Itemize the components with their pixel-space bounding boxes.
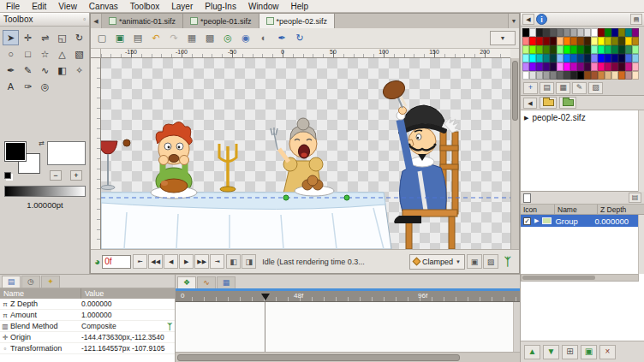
palette-swatch[interactable] <box>543 62 550 71</box>
lock-future-keyframes-button[interactable]: ◨ <box>242 254 256 269</box>
tool-circle[interactable]: ○ <box>3 46 19 62</box>
palette-swatch[interactable] <box>625 37 632 45</box>
canvas-tab[interactable]: *animatic-01.sifz <box>102 14 183 28</box>
delete-layer-button[interactable]: × <box>599 345 616 359</box>
snap-grid-button[interactable]: ▩ <box>201 30 218 46</box>
palette-swatch[interactable] <box>584 71 591 80</box>
tool-gradient[interactable]: ▧ <box>71 46 87 62</box>
redo-button[interactable]: ↷ <box>165 30 182 46</box>
param-row[interactable]: ▥ Blend Method Composite ᛉ <box>0 321 175 332</box>
palette-swatch[interactable] <box>611 37 618 45</box>
palette-swatch[interactable] <box>591 45 598 54</box>
param-value[interactable]: 1.000000 <box>81 311 175 319</box>
palette-swatch[interactable] <box>591 71 598 80</box>
palette-swatch[interactable] <box>557 45 564 54</box>
animate-mode-button[interactable]: ᛉ <box>500 254 516 270</box>
tool-sketch[interactable]: ✑ <box>20 79 36 94</box>
palette-swatch[interactable] <box>543 37 550 45</box>
save-all-button[interactable]: ▤ <box>129 30 146 46</box>
tool-mirror[interactable]: ⇌ <box>37 30 53 45</box>
param-row[interactable]: π Z Depth 0.000000 <box>0 299 175 310</box>
layer-row-selected[interactable]: ✓ ▶ Group 0.000000 <box>521 215 644 227</box>
show-grid-button[interactable]: ▦ <box>183 30 200 46</box>
palette-swatch[interactable] <box>564 54 570 62</box>
palette-swatch[interactable] <box>529 54 536 62</box>
info-icon[interactable]: i <box>536 14 547 25</box>
play-button[interactable]: ▶ <box>179 254 194 269</box>
timetrack-area[interactable] <box>176 302 514 352</box>
column-header-name[interactable]: Name <box>0 288 81 299</box>
menu-item[interactable]: Edit <box>26 1 52 12</box>
palette-swatch[interactable] <box>522 71 529 80</box>
tool-polygon[interactable]: △ <box>54 46 70 62</box>
palette-swatch[interactable] <box>591 62 598 71</box>
param-row[interactable]: ▫ Transformation -121.164557px -107.9105 <box>0 343 175 354</box>
tool-draw[interactable]: ✎ <box>20 62 36 78</box>
tab-library[interactable]: ✦ <box>41 276 60 288</box>
new-layer-icon[interactable] <box>523 193 531 203</box>
palette-swatch[interactable] <box>570 71 577 80</box>
timebar[interactable]: 048f96f <box>176 291 520 302</box>
palette-swatch[interactable] <box>618 45 625 54</box>
low-res-button[interactable]: ◐ <box>255 30 272 46</box>
draw-mode-button[interactable]: ✒ <box>273 30 290 46</box>
palette-swatch[interactable] <box>564 71 570 80</box>
palette-swatch[interactable] <box>529 71 536 80</box>
edit-color-button[interactable]: ✎ <box>572 82 587 94</box>
palette-swatch[interactable] <box>605 28 611 37</box>
column-header-value[interactable]: Value <box>81 288 175 299</box>
palette-swatch[interactable] <box>536 37 543 45</box>
tool-fill[interactable]: ◧ <box>54 62 70 78</box>
open-folder-button[interactable] <box>540 97 557 109</box>
param-value[interactable]: Composite <box>81 322 167 330</box>
palette-swatch[interactable] <box>577 71 584 80</box>
decrease-width-button[interactable]: − <box>50 170 62 181</box>
workarea-menu-button[interactable]: ▼ <box>490 31 516 45</box>
palette-swatch[interactable] <box>591 28 598 37</box>
param-row[interactable]: ✛ Origin -144.473630px,-112.3540 <box>0 332 175 343</box>
palette-swatch[interactable] <box>611 62 618 71</box>
tab-params[interactable]: ▤ <box>2 276 21 288</box>
palette-swatch[interactable] <box>632 71 639 80</box>
menu-item[interactable]: Toolbox <box>124 1 165 12</box>
time-field[interactable] <box>102 255 131 269</box>
palette-swatch[interactable] <box>570 28 577 37</box>
lower-layer-button[interactable]: ▼ <box>543 345 559 359</box>
interpolation-dropdown[interactable]: Clamped ▼ <box>409 254 465 270</box>
palette-swatch[interactable] <box>611 28 618 37</box>
menu-item[interactable]: Layer <box>165 1 199 12</box>
palette-swatch[interactable] <box>611 54 618 62</box>
palette-swatch[interactable] <box>522 45 529 54</box>
onion-skin-button[interactable]: ◎ <box>219 30 236 46</box>
palette-swatch[interactable] <box>618 71 625 80</box>
timetrack-vertical-scrollbar[interactable] <box>514 302 520 352</box>
layers-horizontal-scrollbar[interactable] <box>521 274 639 282</box>
palette-swatch[interactable] <box>550 62 557 71</box>
tool-star[interactable]: ☆ <box>37 46 53 62</box>
palette-swatch[interactable] <box>564 62 570 71</box>
layers-vertical-scrollbar[interactable] <box>638 215 644 274</box>
palette-swatch[interactable] <box>536 28 543 37</box>
layer-visibility-checkbox[interactable]: ✓ <box>523 217 531 225</box>
refresh-button[interactable]: ↻ <box>291 30 308 46</box>
save-button[interactable]: ▣ <box>111 30 128 46</box>
menu-item[interactable]: Help <box>285 1 315 12</box>
canvas-tab[interactable]: *people-01.sifz <box>183 14 259 28</box>
palette-swatch[interactable] <box>632 37 639 45</box>
column-header-zdepth[interactable]: Z Depth <box>598 205 644 214</box>
default-colors-icon[interactable] <box>4 172 11 179</box>
layer-expander-icon[interactable]: ▶ <box>534 217 539 224</box>
palette-swatch[interactable] <box>543 28 550 37</box>
param-row[interactable]: π Amount 1.000000 <box>0 310 175 321</box>
gradient-swatch[interactable] <box>4 186 86 197</box>
palette-swatch[interactable] <box>536 62 543 71</box>
palette-swatch[interactable] <box>584 28 591 37</box>
palette-swatch[interactable] <box>543 54 550 62</box>
palette-swatch[interactable] <box>577 54 584 62</box>
palette-swatch[interactable] <box>522 54 529 62</box>
palette-swatch[interactable] <box>605 37 611 45</box>
palette-swatch[interactable] <box>577 28 584 37</box>
palette-swatch[interactable] <box>584 45 591 54</box>
palette-swatch[interactable] <box>584 54 591 62</box>
scrollbar-thumb[interactable] <box>177 354 460 361</box>
